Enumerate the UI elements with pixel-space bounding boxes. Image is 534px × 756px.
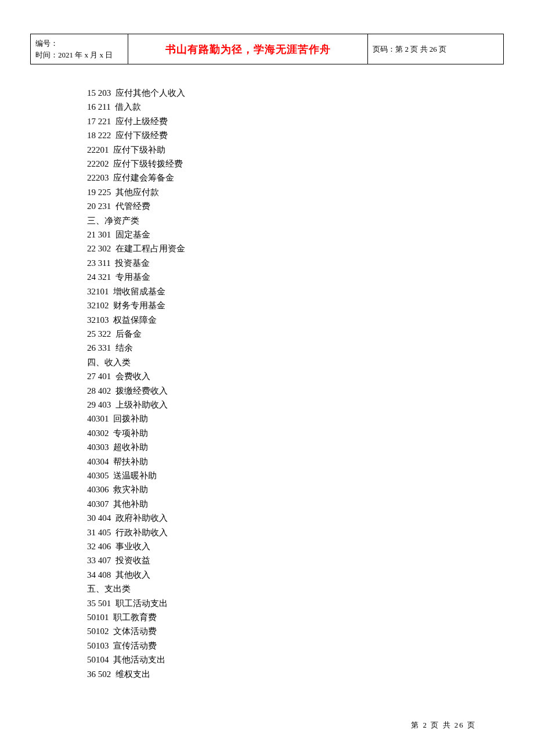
content-line: 32102 财务专用基金 xyxy=(87,298,185,312)
content-line: 50103 宣传活动费 xyxy=(87,639,185,653)
content-line: 31 405 行政补助收入 xyxy=(87,525,185,539)
content-line: 33 407 投资收益 xyxy=(87,553,185,567)
header-center-cell: 书山有路勤为径，学海无涯苦作舟 xyxy=(128,34,367,64)
content-line: 40304 帮扶补助 xyxy=(87,455,185,469)
header-table: 编号： 时间：2021 年 x 月 x 日 书山有路勤为径，学海无涯苦作舟 页码… xyxy=(30,34,504,64)
content-line: 15 203 应付其他个人收入 xyxy=(87,86,185,100)
content-line: 20 231 代管经费 xyxy=(87,199,185,213)
content-line: 22203 应付建会筹备金 xyxy=(87,171,185,185)
content-line: 23 311 投资基金 xyxy=(87,256,185,270)
content-line: 五、支出类 xyxy=(87,582,185,596)
content-list: 15 203 应付其他个人收入16 211 借入款17 221 应付上级经费18… xyxy=(87,86,185,681)
content-line: 26 331 结余 xyxy=(87,341,185,355)
header-motto: 书山有路勤为径，学海无涯苦作舟 xyxy=(165,44,331,55)
content-line: 19 225 其他应付款 xyxy=(87,185,185,199)
content-line: 32103 权益保障金 xyxy=(87,313,185,327)
content-line: 36 502 维权支出 xyxy=(87,667,185,681)
content-line: 25 322 后备金 xyxy=(87,327,185,341)
content-line: 四、收入类 xyxy=(87,355,185,369)
content-line: 50101 职工教育费 xyxy=(87,610,185,624)
header-page-code: 页码：第 2 页 共 26 页 xyxy=(373,45,446,53)
content-line: 32101 增收留成基金 xyxy=(87,285,185,298)
content-line: 16 211 借入款 xyxy=(87,100,185,114)
content-line: 21 301 固定基金 xyxy=(87,228,185,242)
content-line: 22201 应付下级补助 xyxy=(87,143,185,157)
content-line: 30 404 政府补助收入 xyxy=(87,511,185,525)
content-line: 50104 其他活动支出 xyxy=(87,653,185,667)
content-line: 40306 救灾补助 xyxy=(87,483,185,496)
content-line: 40305 送温暖补助 xyxy=(87,469,185,483)
content-line: 40307 其他补助 xyxy=(87,497,185,511)
doc-number-label: 编号： xyxy=(35,38,123,49)
content-line: 40303 超收补助 xyxy=(87,440,185,454)
content-line: 40302 专项补助 xyxy=(87,426,185,440)
content-line: 27 401 会费收入 xyxy=(87,369,185,383)
content-line: 29 403 上级补助收入 xyxy=(87,398,185,412)
footer-page: 第 2 页 共 26 页 xyxy=(411,720,476,730)
content-line: 三、净资产类 xyxy=(87,214,185,228)
content-line: 24 321 专用基金 xyxy=(87,270,185,284)
content-line: 22 302 在建工程占用资金 xyxy=(87,242,185,255)
header-left-cell: 编号： 时间：2021 年 x 月 x 日 xyxy=(31,34,128,64)
content-line: 28 402 拨缴经费收入 xyxy=(87,384,185,398)
content-line: 22202 应付下级转拨经费 xyxy=(87,157,185,171)
content-line: 34 408 其他收入 xyxy=(87,568,185,582)
content-line: 18 222 应付下级经费 xyxy=(87,128,185,142)
content-line: 32 406 事业收入 xyxy=(87,539,185,553)
content-line: 35 501 职工活动支出 xyxy=(87,596,185,610)
content-line: 17 221 应付上级经费 xyxy=(87,114,185,128)
doc-time-label: 时间：2021 年 x 月 x 日 xyxy=(35,49,123,61)
header-right-cell: 页码：第 2 页 共 26 页 xyxy=(368,34,504,64)
content-line: 50102 文体活动费 xyxy=(87,624,185,638)
content-line: 40301 回拨补助 xyxy=(87,412,185,426)
